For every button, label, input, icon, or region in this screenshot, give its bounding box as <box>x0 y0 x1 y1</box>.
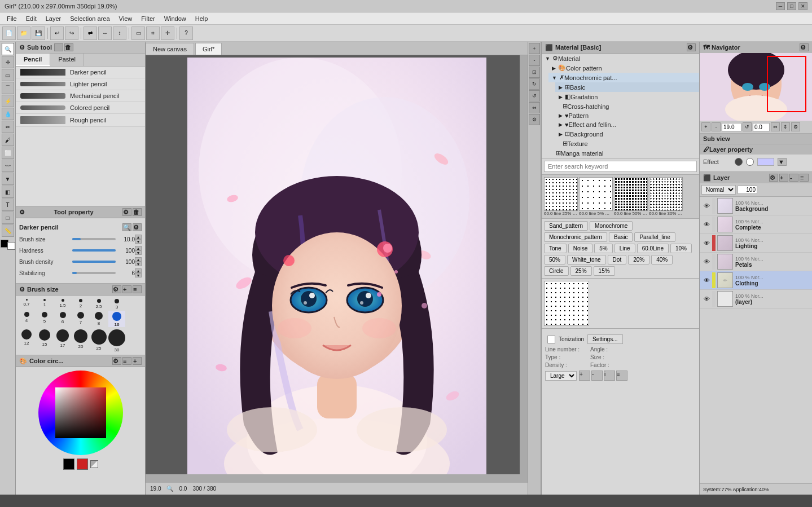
tree-basic[interactable]: ▶ ⊞ Basic <box>555 82 699 92</box>
nav-flip-v[interactable]: ⇕ <box>781 122 790 131</box>
tag-parallel-line[interactable]: Parallel_line <box>634 232 675 242</box>
spin-up-hardness[interactable]: ▲ <box>135 246 142 250</box>
navigator-thumb[interactable] <box>700 53 812 121</box>
toolbar-scale[interactable]: ↔ <box>98 27 112 40</box>
tool-pencil[interactable]: ✏ <box>2 121 14 133</box>
bg-color-swatch[interactable] <box>7 242 15 250</box>
tag-25pct[interactable]: 25% <box>570 266 592 276</box>
spin-down-brush-density[interactable]: ▼ <box>135 262 142 266</box>
tag-monochrome[interactable]: Monochrome <box>590 221 633 231</box>
tag-sand-pattern[interactable]: Sand_pattern <box>544 221 588 231</box>
menu-help[interactable]: Help <box>191 14 213 23</box>
rt-rotate-cw[interactable]: ↻ <box>529 78 540 90</box>
brush-size-25[interactable]: 25 <box>90 328 107 352</box>
brush-size-7[interactable]: 7 <box>72 311 89 327</box>
color-square[interactable] <box>55 387 106 438</box>
prop-slider-brush-density[interactable] <box>72 261 116 263</box>
menu-selection[interactable]: Selection area <box>65 14 114 23</box>
sub-tool-delete[interactable]: 🗑 <box>64 43 73 51</box>
close-button[interactable]: ✕ <box>798 2 807 10</box>
tool-ruler[interactable]: 📏 <box>2 224 14 237</box>
brush-size-4[interactable]: 4 <box>18 311 35 327</box>
size-dropdown[interactable]: Large <box>545 371 577 381</box>
brush-size-15[interactable]: 15 <box>36 328 53 352</box>
tool-move[interactable]: ✛ <box>2 56 14 68</box>
material-main-preview[interactable] <box>544 281 589 326</box>
tree-color-pattern[interactable]: ▶ 🎨 Color pattern <box>548 63 699 73</box>
canvas-viewport[interactable] <box>146 55 528 482</box>
tag-noise[interactable]: Noise <box>568 244 593 253</box>
tool-property-settings[interactable]: ⚙ <box>122 208 131 216</box>
brush-size-20[interactable]: 20 <box>72 328 89 352</box>
nav-flip-h[interactable]: ⇔ <box>771 122 780 131</box>
lp-dropdown[interactable]: ▼ <box>778 158 787 166</box>
tree-texture[interactable]: ⊞ Texture <box>555 139 699 148</box>
tool-property-delete[interactable]: 🗑 <box>133 208 142 216</box>
tool-select-rect[interactable]: ▭ <box>2 69 14 81</box>
settings-button[interactable]: Settings... <box>587 334 622 344</box>
sub-tool-settings[interactable] <box>54 43 63 51</box>
material-settings[interactable]: ⚙ <box>687 43 696 51</box>
material-add-btn[interactable]: + <box>579 371 590 381</box>
toolbar-rotate[interactable]: ↕ <box>113 27 126 40</box>
lp-color-pick[interactable] <box>757 158 774 166</box>
blend-mode-select[interactable]: Normal <box>701 185 736 195</box>
spin-up-brush-density[interactable]: ▲ <box>135 257 142 262</box>
tool-eyedrop[interactable]: 💧 <box>2 108 14 120</box>
menu-layer[interactable]: Layer <box>41 14 66 23</box>
tool-text[interactable]: T <box>2 199 14 211</box>
tag-15pct[interactable]: 15% <box>594 266 615 276</box>
toolbar-help[interactable]: ? <box>179 27 193 40</box>
thumb-2[interactable] <box>614 177 648 211</box>
tree-material[interactable]: ▼ ⚙ Material <box>542 54 699 63</box>
brush-size-options[interactable]: ≡ <box>133 285 142 293</box>
tool-eraser[interactable]: ⬜ <box>2 147 14 159</box>
brush-size-1.5[interactable]: 1.5 <box>54 298 71 310</box>
tool-item-darker-pencil[interactable]: Darker pencil <box>16 67 145 78</box>
tool-brush[interactable]: 🖌 <box>2 134 14 146</box>
tab-pencil[interactable]: Pencil <box>16 54 50 66</box>
maximize-button[interactable]: □ <box>787 2 796 10</box>
rotation-input[interactable] <box>753 123 770 131</box>
color-wheel[interactable] <box>38 371 123 455</box>
tag-tone[interactable]: Tone <box>544 244 567 253</box>
tool-shape[interactable]: □ <box>2 211 14 224</box>
tag-50pct[interactable]: 50% <box>544 255 565 264</box>
color-options[interactable]: ≡ <box>122 357 131 365</box>
tag-60line[interactable]: 60.0Line <box>637 244 669 253</box>
brush-size-2[interactable]: 2 <box>72 298 89 310</box>
toolbar-select-rect[interactable]: ▭ <box>131 27 145 40</box>
menu-window[interactable]: Window <box>160 14 191 23</box>
nav-zoom-in[interactable]: + <box>701 122 710 131</box>
rt-fit[interactable]: ⊡ <box>529 67 540 78</box>
brush-size-3[interactable]: 3 <box>108 298 125 310</box>
swatch-fg[interactable] <box>77 458 88 470</box>
brush-size-30[interactable]: 30 <box>108 328 125 352</box>
tree-manga[interactable]: ⊞ Manga material <box>548 148 699 158</box>
brush-size-0.7[interactable]: 0.7 <box>18 298 35 310</box>
material-options-btn[interactable]: ≡ <box>616 371 627 381</box>
brush-size-12[interactable]: 12 <box>18 328 35 352</box>
minimize-button[interactable]: ─ <box>776 2 785 10</box>
spin-up-stabilizing[interactable]: ▲ <box>135 268 142 273</box>
lp-circle-1[interactable] <box>735 158 743 166</box>
tree-monochromic[interactable]: ▼ ✗ Monochromic pat... <box>548 73 699 82</box>
rt-settings[interactable]: ⚙ <box>529 114 540 125</box>
color-wheel-container[interactable] <box>38 371 123 455</box>
tool-zoom[interactable]: 🔍 <box>2 43 14 55</box>
tag-white-tone[interactable]: White_tone <box>567 255 606 264</box>
toolbar-save[interactable]: 💾 <box>32 27 45 40</box>
toolbar-select-free[interactable]: ⌗ <box>146 27 160 40</box>
material-info-btn[interactable]: i <box>604 371 615 381</box>
material-delete-btn[interactable]: - <box>591 371 603 381</box>
menu-view[interactable]: View <box>115 14 137 23</box>
layer-vis-petals[interactable]: 👁 <box>702 257 711 266</box>
color-settings[interactable]: ⚙ <box>112 357 121 365</box>
tool-select-magic[interactable]: ⚡ <box>2 95 14 107</box>
spin-down-stabilizing[interactable]: ▼ <box>135 273 142 277</box>
menu-file[interactable]: File <box>2 14 21 23</box>
zoom-input[interactable] <box>722 123 741 131</box>
brush-size-8[interactable]: 8 <box>90 311 107 327</box>
rt-flip[interactable]: ⇔ <box>529 102 540 113</box>
search-input[interactable] <box>544 161 697 172</box>
